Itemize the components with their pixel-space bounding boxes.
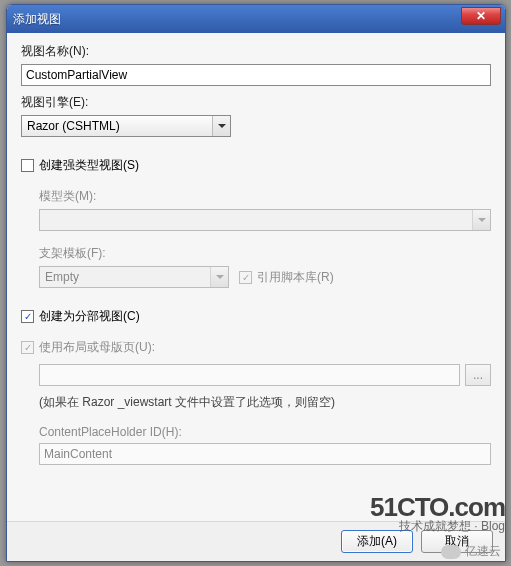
strong-type-section: 模型类(M): 支架模板(F): Empty ✓ 引用脚本库(R): [39, 188, 491, 288]
add-view-dialog: 添加视图 ✕ 视图名称(N): 视图引擎(E): Razor (CSHTML) …: [6, 4, 506, 562]
ellipsis-icon: ...: [473, 368, 483, 382]
view-engine-label: 视图引擎(E):: [21, 94, 491, 111]
use-layout-row: ✓ 使用布局或母版页(U):: [21, 339, 491, 356]
dropdown-arrow: [472, 210, 490, 230]
watermark-yisu: 亿速云: [441, 543, 501, 560]
dropdown-arrow: [210, 267, 228, 287]
use-layout-checkbox: ✓: [21, 341, 34, 354]
titlebar: 添加视图 ✕: [7, 5, 505, 33]
use-layout-label: 使用布局或母版页(U):: [39, 339, 155, 356]
layout-path-input: [39, 364, 460, 386]
strong-type-row[interactable]: 创建强类型视图(S): [21, 157, 491, 174]
add-button[interactable]: 添加(A): [341, 530, 413, 553]
scaffold-value: Empty: [45, 270, 79, 284]
partial-checkbox[interactable]: ✓: [21, 310, 34, 323]
model-class-select: [39, 209, 491, 231]
dialog-content: 视图名称(N): 视图引擎(E): Razor (CSHTML) 创建强类型视图…: [7, 33, 505, 521]
chevron-down-icon: [216, 275, 224, 279]
ref-scripts-checkbox: ✓: [239, 271, 252, 284]
chevron-down-icon: [218, 124, 226, 128]
cph-input: [39, 443, 491, 465]
view-name-input[interactable]: [21, 64, 491, 86]
watermark-51cto: 51CTO.com 技术成就梦想 · Blog: [370, 494, 505, 532]
layout-hint: (如果在 Razor _viewstart 文件中设置了此选项，则留空): [39, 394, 491, 411]
partial-label: 创建为分部视图(C): [39, 308, 140, 325]
cph-label: ContentPlaceHolder ID(H):: [39, 425, 491, 439]
view-engine-select[interactable]: Razor (CSHTML): [21, 115, 231, 137]
scaffold-select: Empty: [39, 266, 229, 288]
strong-type-checkbox[interactable]: [21, 159, 34, 172]
strong-type-label: 创建强类型视图(S): [39, 157, 139, 174]
ref-scripts-row: ✓ 引用脚本库(R): [239, 269, 334, 286]
layout-section: ... (如果在 Razor _viewstart 文件中设置了此选项，则留空)…: [39, 364, 491, 465]
cloud-icon: [441, 545, 461, 559]
view-engine-value: Razor (CSHTML): [27, 119, 120, 133]
scaffold-label: 支架模板(F):: [39, 245, 491, 262]
browse-button: ...: [465, 364, 491, 386]
ref-scripts-label: 引用脚本库(R): [257, 269, 334, 286]
model-class-label: 模型类(M):: [39, 188, 491, 205]
partial-row[interactable]: ✓ 创建为分部视图(C): [21, 308, 491, 325]
close-button[interactable]: ✕: [461, 7, 501, 25]
view-name-label: 视图名称(N):: [21, 43, 491, 60]
dropdown-arrow: [212, 116, 230, 136]
chevron-down-icon: [478, 218, 486, 222]
window-title: 添加视图: [13, 11, 61, 28]
close-icon: ✕: [476, 9, 486, 23]
